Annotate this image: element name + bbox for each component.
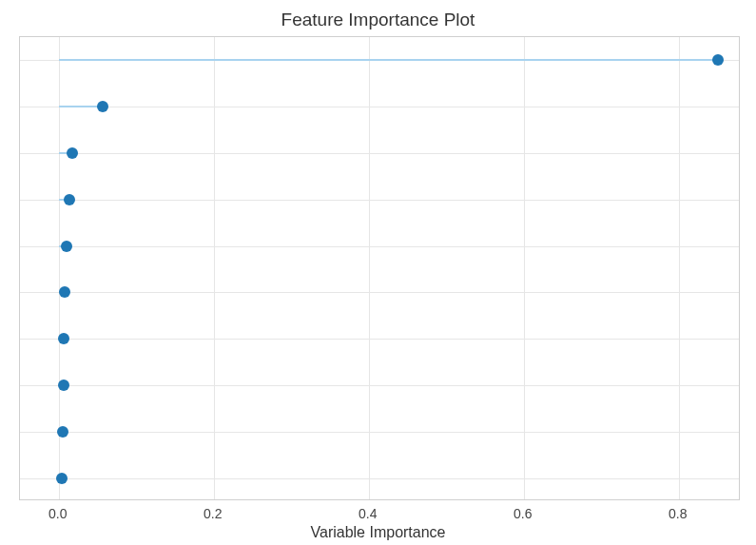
lollipop-dot <box>57 426 68 438</box>
x-tick-label: 0.6 <box>514 506 532 521</box>
grid-horizontal <box>20 292 739 293</box>
grid-horizontal <box>20 153 739 154</box>
lollipop-dot <box>56 473 68 484</box>
lollipop-dot <box>61 241 72 252</box>
feature-importance-chart: Feature Importance Plot Variable Importa… <box>0 0 756 545</box>
x-tick-label: 0.0 <box>48 506 67 521</box>
lollipop-dot <box>712 54 724 66</box>
grid-horizontal <box>20 385 739 386</box>
lollipop-dot <box>59 286 70 298</box>
chart-title: Feature Importance Plot <box>0 10 756 30</box>
lollipop-dot <box>67 147 78 159</box>
lollipop-dot <box>97 101 108 112</box>
x-tick-label: 0.2 <box>204 506 222 521</box>
x-tick-label: 0.4 <box>359 506 377 521</box>
grid-horizontal <box>20 107 739 107</box>
grid-horizontal <box>20 339 739 340</box>
x-tick-label: 0.8 <box>669 506 687 521</box>
lollipop-stem <box>59 59 718 61</box>
x-axis-label: Variable Importance <box>0 524 756 541</box>
grid-horizontal <box>20 246 739 247</box>
grid-horizontal <box>20 478 739 479</box>
lollipop-dot <box>64 194 75 205</box>
grid-horizontal <box>20 200 739 201</box>
grid-horizontal <box>20 432 739 433</box>
lollipop-dot <box>58 333 69 344</box>
lollipop-dot <box>58 380 69 391</box>
plot-area <box>19 36 740 500</box>
